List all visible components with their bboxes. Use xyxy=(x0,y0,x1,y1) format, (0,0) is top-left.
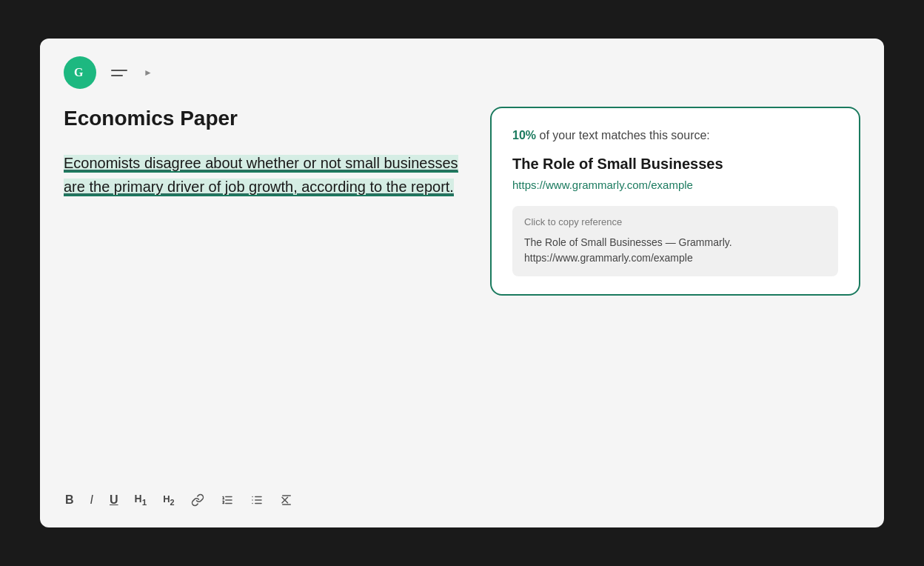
menu-chevron-icon: ► xyxy=(144,67,153,78)
svg-point-9 xyxy=(252,499,253,501)
italic-button[interactable]: I xyxy=(89,490,95,510)
source-title: The Role of Small Businesses xyxy=(512,156,838,173)
svg-text:G: G xyxy=(74,66,84,79)
highlighted-passage[interactable]: Economists disagree about whether or not… xyxy=(64,155,458,196)
match-info: 10% of your text matches this source: xyxy=(512,129,838,142)
reference-text: The Role of Small Businesses — Grammarly… xyxy=(524,235,826,266)
reference-copy-box[interactable]: Click to copy reference The Role of Smal… xyxy=(512,206,838,276)
copy-label: Click to copy reference xyxy=(524,216,826,227)
menu-button[interactable] xyxy=(108,67,130,79)
h2-button[interactable]: H2 xyxy=(161,490,175,510)
document-title: Economics Paper xyxy=(64,107,461,130)
grammarly-logo: G xyxy=(64,56,96,89)
main-content: Economics Paper Economists disagree abou… xyxy=(40,101,884,478)
editor-area: Economics Paper Economists disagree abou… xyxy=(64,101,461,199)
svg-point-10 xyxy=(252,502,253,504)
source-url[interactable]: https://www.grammarly.com/example xyxy=(512,179,838,191)
link-button[interactable] xyxy=(190,490,206,510)
h1-button[interactable]: H1 xyxy=(133,490,149,510)
header: G ► xyxy=(40,39,884,101)
bold-button[interactable]: B xyxy=(64,490,76,510)
ordered-list-button[interactable] xyxy=(219,490,235,510)
unordered-list-button[interactable] xyxy=(249,490,265,510)
svg-point-8 xyxy=(252,496,253,497)
document-body[interactable]: Economists disagree about whether or not… xyxy=(64,151,461,199)
main-window: G ► Economics Paper Economists disagree … xyxy=(40,39,884,527)
match-percent-value: 10% xyxy=(512,129,536,142)
formatting-toolbar: B I U H1 H2 xyxy=(40,478,884,527)
underline-button[interactable]: U xyxy=(108,490,120,510)
clear-format-button[interactable] xyxy=(278,490,295,510)
match-text: of your text matches this source: xyxy=(539,129,709,142)
source-card: 10% of your text matches this source: Th… xyxy=(490,107,860,296)
